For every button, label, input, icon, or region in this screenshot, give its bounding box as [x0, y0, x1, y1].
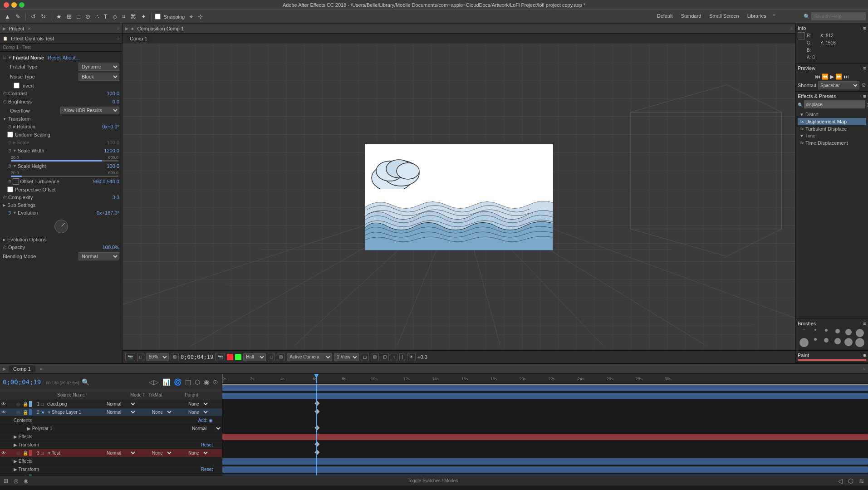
- comp-panel-menu[interactable]: ≡: [790, 26, 793, 31]
- layer-2-mode-select[interactable]: Normal: [105, 409, 137, 415]
- layer-2-solo-btn[interactable]: ◎: [15, 410, 22, 415]
- brush-size-9[interactable]: [833, 329, 843, 337]
- timeline-timecode[interactable]: 0;00;04;19: [3, 378, 41, 386]
- toolbar-redo[interactable]: ↻: [39, 12, 48, 21]
- project-panel-menu[interactable]: ≡: [117, 26, 119, 31]
- scale-height-slider[interactable]: [11, 176, 118, 177]
- comp-fast-preview-btn[interactable]: □: [268, 353, 275, 361]
- tl-footer-play-btn[interactable]: ◁: [837, 477, 843, 485]
- layer-3-mode-select[interactable]: Normal: [105, 450, 137, 456]
- evolution-dial[interactable]: [54, 220, 68, 233]
- effects-search-clear-btn[interactable]: ✕: [866, 102, 868, 108]
- comp-zoom-select[interactable]: 50% 100%: [146, 353, 169, 361]
- scale-width-slider[interactable]: [11, 160, 118, 162]
- track-6-bar[interactable]: [222, 475, 868, 475]
- toolbar-shape[interactable]: ◇: [111, 12, 119, 21]
- layer-2-transform-reset[interactable]: Reset: [201, 442, 213, 447]
- brushes-section-header[interactable]: Brushes ≡: [798, 321, 866, 326]
- scale-width-stopwatch-icon[interactable]: ⏱: [7, 148, 12, 153]
- timeline-solo-btn[interactable]: ◉: [203, 378, 210, 386]
- layer-2-add-btn[interactable]: Add: ◉: [198, 418, 213, 423]
- minimize-window-button[interactable]: [11, 2, 17, 8]
- comp-view-count-select[interactable]: 1 View: [334, 353, 359, 361]
- toolbar-path[interactable]: ⌗: [120, 12, 127, 21]
- comp-region-btn[interactable]: ⊞: [171, 353, 179, 361]
- maximize-window-button[interactable]: [19, 2, 25, 8]
- timeline-3d-btn[interactable]: ⬡: [194, 378, 201, 386]
- fx-reset-link[interactable]: Reset: [48, 55, 61, 60]
- transform-section[interactable]: ▼ Transform: [0, 115, 122, 122]
- tl-footer-solo-btn[interactable]: ◉: [23, 478, 29, 484]
- scale-stopwatch-icon[interactable]: ⏱: [7, 140, 12, 145]
- comp-quality-select[interactable]: Half Full Third Quarter: [243, 353, 266, 361]
- preview-jump-start-btn[interactable]: ⏮: [815, 74, 820, 80]
- evolution-options-section[interactable]: ▶ Evolution Options: [0, 236, 122, 243]
- brush-size-13b[interactable]: [833, 338, 843, 347]
- comp-btn-resolution[interactable]: □: [137, 353, 144, 361]
- toolbar-star[interactable]: ★: [54, 12, 64, 21]
- toolbar-type[interactable]: T: [102, 12, 109, 21]
- timeline-menu-btn[interactable]: ≡: [863, 367, 865, 371]
- layer-3-lock-btn[interactable]: 🔒: [22, 451, 29, 456]
- track-3-bar[interactable]: [222, 434, 868, 440]
- track-4-bar[interactable]: [222, 458, 868, 465]
- brush-size-5[interactable]: [821, 329, 832, 337]
- comp-btn-camera[interactable]: 📷: [125, 353, 135, 361]
- invert-checkbox[interactable]: [14, 83, 20, 88]
- close-window-button[interactable]: [4, 2, 9, 8]
- layer-2-expand-btn[interactable]: ▼: [47, 410, 52, 415]
- comp-camera-icon[interactable]: 📷: [215, 353, 225, 361]
- shortcut-select[interactable]: Spacebar: [818, 81, 859, 89]
- evolution-expand-icon[interactable]: ▼: [13, 211, 17, 215]
- toolbar-pen-tool[interactable]: ✎: [14, 12, 22, 21]
- playhead-line[interactable]: [316, 374, 317, 383]
- evolution-stopwatch-icon[interactable]: ⏱: [7, 211, 12, 216]
- comp-color-btn[interactable]: [227, 354, 233, 360]
- fx-expand-icon[interactable]: ▼: [8, 55, 12, 60]
- brush-size-3[interactable]: [810, 329, 821, 337]
- sub-settings-section[interactable]: ▶ Sub Settings: [0, 201, 122, 209]
- toolbar-lasso[interactable]: ⊙: [83, 12, 92, 21]
- preview-section-header[interactable]: Preview ≡: [798, 65, 866, 71]
- displacement-map-item[interactable]: fx Displacement Map: [798, 118, 866, 125]
- time-displacement-item[interactable]: fx Time Displacement: [798, 139, 866, 147]
- contrast-stopwatch-icon[interactable]: ⏱: [3, 91, 7, 96]
- scale-height-expand-icon[interactable]: ▼: [13, 164, 17, 168]
- layer-3-row[interactable]: 👁 ◎ 🔒 3 □ ▼ Test Normal: [0, 449, 222, 457]
- comp-3d-btn[interactable]: ◻: [361, 353, 369, 361]
- blending-mode-select[interactable]: Normal: [78, 252, 119, 260]
- brush-size-5b[interactable]: [810, 338, 821, 347]
- tl-footer-render-btn[interactable]: ⬡: [847, 477, 854, 485]
- tl-footer-props-btn[interactable]: ◎: [13, 478, 19, 484]
- complexity-value[interactable]: 3.3: [113, 195, 119, 200]
- layer-2-trkmat-select[interactable]: None: [150, 409, 173, 415]
- layer-2-polystar-mode-select[interactable]: Normal: [190, 426, 222, 431]
- comp-rulers-btn[interactable]: ↕: [391, 353, 397, 361]
- brush-size-17[interactable]: [855, 329, 865, 337]
- scale-width-value[interactable]: 1200.0: [104, 148, 119, 153]
- comp-transparency-btn[interactable]: ⊞: [277, 353, 285, 361]
- effects-presets-header[interactable]: Effects & Presets ≡: [798, 93, 866, 99]
- workspace-default[interactable]: Default: [653, 12, 677, 20]
- fx-about-link[interactable]: About...: [63, 55, 80, 60]
- timeline-search-btn[interactable]: 🔍: [81, 378, 90, 386]
- preview-play-btn[interactable]: ▶: [830, 74, 834, 80]
- comp-guides-btn[interactable]: |: [399, 353, 405, 361]
- offset-turbulence-stopwatch-icon[interactable]: ⏱: [7, 179, 12, 184]
- snap-magnet-icon[interactable]: ⌖: [188, 12, 195, 21]
- search-input[interactable]: [811, 12, 866, 20]
- project-panel-close-icon[interactable]: ×: [28, 26, 30, 31]
- rotation-stopwatch-icon[interactable]: ⏱: [7, 124, 12, 129]
- brightness-value[interactable]: 0.0: [113, 99, 119, 104]
- comp-quality-btn[interactable]: [235, 354, 241, 360]
- track-1-bar[interactable]: [222, 385, 868, 391]
- layer-1-lock-btn[interactable]: 🔒: [22, 402, 29, 407]
- scale-height-value[interactable]: 100.0: [107, 163, 119, 169]
- brush-size-13[interactable]: [843, 329, 854, 337]
- track-2-bar[interactable]: [222, 393, 868, 399]
- work-area-range[interactable]: [222, 384, 868, 385]
- toolbar-rect-select[interactable]: □: [75, 12, 82, 21]
- preview-step-back-btn[interactable]: ⏪: [822, 74, 829, 80]
- layer-1-mode-select[interactable]: Normal: [105, 401, 137, 407]
- comp-view-select[interactable]: Active Camera: [287, 353, 332, 361]
